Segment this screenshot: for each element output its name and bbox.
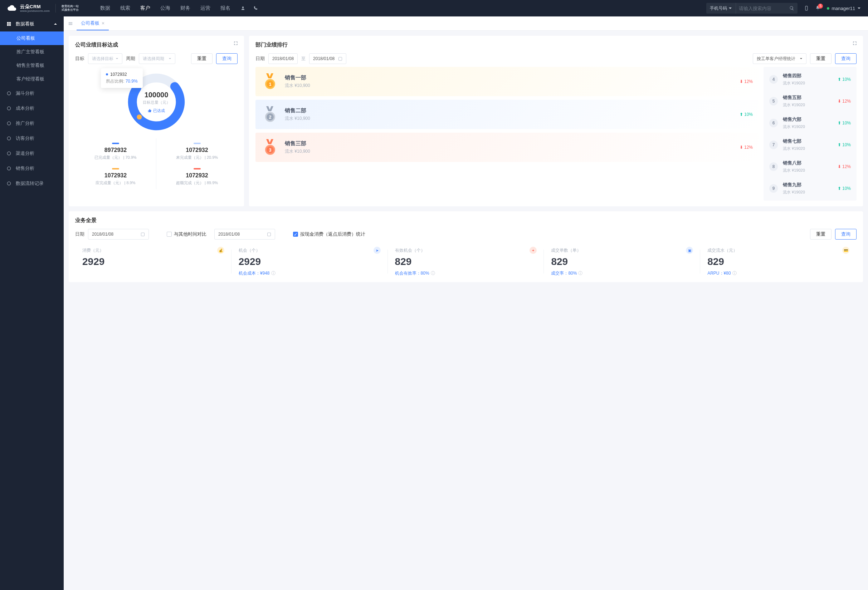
card-title: 部门业绩排行 [255, 41, 856, 48]
stat-checkbox[interactable]: ✓ 按现金消费（返点后消费）统计 [293, 231, 365, 237]
select-stat-type[interactable]: 按工单客户经理统计 [753, 53, 806, 64]
rank-row: 6销售六部流水 ¥19020⬆ 10% [763, 112, 856, 134]
rank-top-item: 3销售三部流水 ¥10,900⬇ 12% [255, 132, 759, 162]
notif-badge: 5 [818, 4, 823, 9]
donut-center-sub: 目标总量（元） [143, 100, 170, 105]
rank-top-item: 2销售二部流水 ¥10,900⬆ 10% [255, 100, 759, 129]
logo: 云朵CRM www.yunduocrm.com 教育机构一站 式服务云平台 [7, 3, 79, 13]
status-tag: 已达成 [148, 108, 165, 113]
sidebar-item[interactable]: 漏斗分析 [0, 86, 64, 101]
trend-indicator: ⬇ 12% [740, 145, 753, 150]
date-to-input[interactable]: 2018/01/08 [309, 53, 346, 64]
query-button[interactable]: 查询 [835, 53, 856, 64]
svg-rect-15 [339, 57, 342, 60]
rank-row: 9销售九部流水 ¥19020⬆ 10% [763, 177, 856, 199]
kpi-item: 消费（元）💰2929 [75, 247, 232, 277]
checkbox-icon: ✓ [293, 232, 298, 237]
help-icon[interactable]: ⓘ [431, 270, 435, 277]
select-target[interactable]: 请选择目标 [88, 53, 123, 64]
nav-item[interactable]: 客户 [140, 5, 150, 12]
kpi-icon: ▣ [686, 247, 693, 254]
select-period[interactable]: 请选择周期 [139, 53, 175, 64]
reset-button[interactable]: 重置 [810, 229, 831, 240]
svg-point-8 [7, 137, 10, 140]
reset-button[interactable]: 重置 [810, 53, 831, 64]
chevron-down-icon [857, 6, 861, 10]
compare-checkbox[interactable]: 与其他时间对比 [167, 231, 207, 237]
card-title: 公司业绩目标达成 [75, 41, 238, 48]
expand-icon[interactable] [852, 41, 857, 46]
collapse-sidebar-icon[interactable] [68, 21, 73, 26]
tab-label: 公司看板 [81, 20, 99, 26]
rank-number: 9 [769, 184, 778, 193]
user-icon[interactable] [241, 6, 245, 11]
sidebar-item[interactable]: 成本分析 [0, 101, 64, 116]
medal-icon: 1 [261, 73, 279, 90]
query-button[interactable]: 查询 [835, 229, 856, 240]
nav-item[interactable]: 报名 [220, 5, 230, 12]
nav-item[interactable]: 线索 [120, 5, 130, 12]
kpi-icon: ➤ [373, 247, 381, 254]
status-dot-icon [827, 7, 830, 10]
kpi-item: 成交单数（单）▣829成交率：80% ⓘ [544, 247, 700, 277]
checkbox-icon [167, 232, 172, 237]
expand-icon[interactable] [233, 41, 238, 46]
search-input[interactable] [736, 6, 786, 11]
trend-indicator: ⬆ 10% [838, 186, 851, 191]
sidebar-sub-item[interactable]: 客户经理看板 [0, 72, 64, 86]
nav-item[interactable]: 财务 [180, 5, 190, 12]
trend-indicator: ⬇ 12% [838, 164, 851, 169]
sidebar-item[interactable]: 访客分析 [0, 131, 64, 146]
query-button[interactable]: 查询 [216, 53, 238, 64]
user-menu[interactable]: manager11 [827, 6, 861, 11]
svg-rect-26 [268, 233, 271, 236]
donut-tooltip: 1072932 所占比例: 70.9% [101, 68, 143, 88]
date-input-2[interactable]: 2018/01/08 [214, 229, 275, 240]
date-input-1[interactable]: 2018/01/08 [88, 229, 149, 240]
svg-point-9 [7, 152, 10, 155]
help-icon[interactable]: ⓘ [578, 270, 583, 277]
rank-number: 7 [769, 141, 778, 149]
svg-text:1: 1 [269, 82, 272, 87]
label-date: 日期 [75, 231, 84, 237]
yen-icon [6, 106, 12, 111]
sidebar-item[interactable]: 渠道分析 [0, 146, 64, 161]
reset-button[interactable]: 重置 [191, 53, 213, 64]
sidebar-item[interactable]: 数据流转记录 [0, 176, 64, 191]
sidebar-sub-item[interactable]: 公司看板 [0, 31, 64, 45]
nav-item[interactable]: 公海 [160, 5, 170, 12]
phone-icon[interactable] [253, 6, 258, 11]
kpi-icon: 💰 [217, 247, 224, 254]
label-target: 目标 [75, 56, 84, 62]
sidebar: 数据看板 公司看板推广主管看板销售主管看板客户经理看板 漏斗分析成本分析推广分析… [0, 16, 64, 590]
search-type-select[interactable]: 手机号码 [706, 3, 736, 13]
card-target: 公司业绩目标达成 目标 请选择目标 周期 请选择周期 重置 [69, 36, 244, 206]
device-icon[interactable] [804, 6, 809, 11]
trend-indicator: ⬆ 10% [838, 142, 851, 147]
sidebar-item[interactable]: 销售分析 [0, 161, 64, 176]
help-icon[interactable]: ⓘ [271, 270, 276, 277]
notification-button[interactable]: 5 [815, 5, 821, 12]
cloud-icon [7, 3, 17, 13]
sidebar-sub-item[interactable]: 推广主管看板 [0, 45, 64, 59]
trend-indicator: ⬇ 12% [740, 79, 753, 84]
tab-company-board[interactable]: 公司看板 × [77, 16, 109, 30]
nav-item[interactable]: 运营 [200, 5, 210, 12]
card-overview: 业务全景 日期 2018/01/08 与其他时间对比 2018/01/08 [69, 211, 863, 282]
date-from-input[interactable]: 2018/01/08 [268, 53, 298, 64]
chevron-down-icon [168, 57, 171, 60]
sidebar-sub-item[interactable]: 销售主管看板 [0, 59, 64, 72]
svg-rect-1 [7, 22, 9, 24]
nav-item[interactable]: 数据 [100, 5, 110, 12]
rank-row: 5销售五部流水 ¥19020⬇ 12% [763, 90, 856, 112]
rank-row: 4销售四部流水 ¥19020⬆ 10% [763, 68, 856, 90]
search-button[interactable] [786, 6, 797, 11]
svg-point-5 [7, 91, 10, 95]
trend-indicator: ⬆ 10% [838, 77, 851, 82]
help-icon[interactable]: ⓘ [732, 270, 737, 277]
sidebar-item[interactable]: 推广分析 [0, 116, 64, 131]
rank-row: 8销售八部流水 ¥19020⬇ 12% [763, 156, 856, 177]
sidebar-group-dashboard[interactable]: 数据看板 [0, 16, 64, 31]
svg-point-10 [7, 167, 10, 170]
close-icon[interactable]: × [102, 21, 105, 26]
